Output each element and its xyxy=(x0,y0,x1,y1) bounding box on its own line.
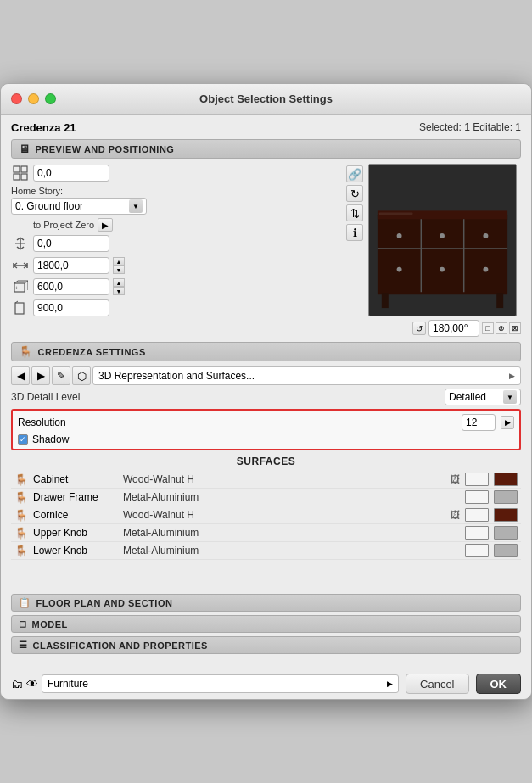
z-input[interactable] xyxy=(33,235,109,252)
credenza-section-header[interactable]: 🪑 CREDENZA SETTINGS xyxy=(11,342,521,361)
angle-input[interactable] xyxy=(428,320,479,337)
maximize-button[interactable] xyxy=(45,93,56,104)
surface-swatch-white-1[interactable] xyxy=(465,473,489,486)
credenza-dropdown[interactable]: 3D Representation and Surfaces... ▶ xyxy=(92,366,521,385)
mirror-icon-btn[interactable]: ⇅ xyxy=(346,204,363,221)
resolution-arrow[interactable]: ▶ xyxy=(501,416,514,429)
surface-name-upper-knob: Upper Knob xyxy=(33,527,118,539)
to-project-button[interactable]: ▶ xyxy=(98,218,113,232)
model-icon: ◻ xyxy=(19,618,27,629)
width-down[interactable]: ▼ xyxy=(113,266,125,274)
svg-rect-2 xyxy=(14,174,20,180)
depth-up[interactable]: ▲ xyxy=(113,278,125,287)
detail-level-arrow[interactable]: ▼ xyxy=(503,390,517,404)
floor-plan-section[interactable]: 📋 FLOOR PLAN AND SECTION xyxy=(11,594,521,612)
detail-level-select[interactable]: Detailed ▼ xyxy=(445,389,521,405)
eye-icon: 👁 xyxy=(26,677,38,691)
svg-rect-38 xyxy=(379,212,413,215)
depth-row: ↕ ▲ ▼ xyxy=(11,277,341,296)
checkbox-icon-1[interactable]: □ xyxy=(482,322,494,334)
edit-btn[interactable]: ✎ xyxy=(52,366,70,385)
credenza-toolbar: ◀ ▶ ✎ ⬡ 3D Representation and Surfaces..… xyxy=(11,366,521,385)
svg-point-32 xyxy=(397,233,402,238)
credenza-dropdown-arrow: ▶ xyxy=(509,372,515,380)
surface-swatch-white-5[interactable] xyxy=(465,544,489,557)
z-icon xyxy=(11,234,30,253)
shadow-checkbox[interactable]: ✓ xyxy=(18,434,28,445)
classification-section[interactable]: ☰ CLASSIFICATION AND PROPERTIES xyxy=(11,636,521,654)
surface-material-cabinet: Wood-Walnut H xyxy=(123,473,445,485)
svg-point-33 xyxy=(440,233,445,238)
z-row xyxy=(11,234,341,253)
surface-icon-cabinet: 🪑 xyxy=(14,473,28,486)
ok-button[interactable]: OK xyxy=(476,674,522,694)
surface-swatch-upper-knob[interactable] xyxy=(494,526,518,540)
window-controls xyxy=(11,93,56,104)
preview-section-icon: 🖥 xyxy=(19,143,31,155)
classification-label: CLASSIFICATION AND PROPERTIES xyxy=(33,640,208,651)
surface-icon-lower-knob: 🪑 xyxy=(14,545,28,557)
depth-down[interactable]: ▼ xyxy=(113,287,125,295)
svg-point-36 xyxy=(440,267,445,272)
surface-swatch-white-3[interactable] xyxy=(465,508,489,522)
surface-pattern-cabinet: 🖼 xyxy=(450,473,460,485)
surface-swatch-white-2[interactable] xyxy=(465,490,489,504)
checkbox-icon-3[interactable]: ⊠ xyxy=(509,322,521,334)
to-project-label: to Project Zero xyxy=(33,220,94,230)
close-button[interactable] xyxy=(11,93,22,104)
rotate-icon-btn[interactable]: ↻ xyxy=(346,185,363,202)
surface-swatch-cornice[interactable] xyxy=(494,508,518,522)
resolution-input[interactable] xyxy=(462,414,496,431)
home-story-arrow[interactable]: ▼ xyxy=(129,199,143,213)
rotate-left-icon[interactable]: ↺ xyxy=(412,322,426,335)
minimize-button[interactable] xyxy=(28,93,39,104)
svg-rect-23 xyxy=(15,303,24,314)
next-btn[interactable]: ▶ xyxy=(31,366,50,385)
surface-icon-upper-knob: 🪑 xyxy=(14,527,28,540)
depth-icon: ↕ xyxy=(11,277,30,296)
svg-point-35 xyxy=(397,267,402,272)
width-stepper[interactable]: ▲ ▼ xyxy=(113,257,125,274)
width-row: ▲ ▼ xyxy=(11,256,341,275)
depth-input[interactable] xyxy=(33,278,109,295)
surface-swatch-drawer[interactable] xyxy=(494,490,518,504)
surface-row-drawer: 🪑 Drawer Frame Metal-Aluminium xyxy=(11,489,521,506)
object-btn[interactable]: ⬡ xyxy=(72,366,91,385)
window-title: Object Selection Settings xyxy=(199,92,333,105)
svg-rect-0 xyxy=(14,166,20,172)
preview-section-header[interactable]: 🖥 PREVIEW AND POSITIONING xyxy=(11,139,521,159)
credenza-section-icon: 🪑 xyxy=(19,345,33,358)
xy-input[interactable] xyxy=(33,165,109,182)
surface-name-lower-knob: Lower Knob xyxy=(33,545,118,556)
prev-btn[interactable]: ◀ xyxy=(11,366,30,385)
surface-pattern-cornice: 🖼 xyxy=(450,509,460,521)
checkbox-icon-2[interactable]: ⊗ xyxy=(496,322,507,334)
preview-controls: ↺ □ ⊗ ⊠ xyxy=(368,320,521,337)
width-up[interactable]: ▲ xyxy=(113,257,125,266)
preview-section-label: PREVIEW AND POSITIONING xyxy=(36,144,175,154)
shadow-label: Shadow xyxy=(32,433,69,445)
svg-rect-3 xyxy=(21,174,27,180)
middle-icons: 🔗 ↻ ⇅ ℹ xyxy=(346,165,363,337)
model-section[interactable]: ◻ MODEL xyxy=(11,615,521,633)
category-select-arrow: ▶ xyxy=(387,680,393,688)
surface-swatch-lower-knob[interactable] xyxy=(494,544,518,557)
home-story-select[interactable]: 0. Ground floor ▼ xyxy=(11,198,147,215)
preview-right: ↺ □ ⊗ ⊠ xyxy=(368,164,521,337)
height-input[interactable] xyxy=(33,299,109,316)
svg-rect-1 xyxy=(21,166,27,172)
floor-plan-label: FLOOR PLAN AND SECTION xyxy=(36,598,173,608)
surface-row-cabinet: 🪑 Cabinet Wood-Walnut H 🖼 xyxy=(11,471,521,489)
surface-material-lower-knob: Metal-Aluminium xyxy=(123,545,460,556)
category-select[interactable]: Furniture ▶ xyxy=(42,674,399,693)
depth-stepper[interactable]: ▲ ▼ xyxy=(113,278,125,295)
cancel-button[interactable]: Cancel xyxy=(406,674,468,694)
link-icon-btn[interactable]: 🔗 xyxy=(346,165,363,182)
info-icon-btn[interactable]: ℹ xyxy=(346,224,363,241)
titlebar: Object Selection Settings xyxy=(1,84,531,115)
surface-swatch-white-4[interactable] xyxy=(465,526,489,540)
width-input[interactable] xyxy=(33,257,109,274)
surface-swatch-cabinet[interactable] xyxy=(494,473,518,486)
svg-rect-25 xyxy=(378,215,507,294)
selected-info: Selected: 1 Editable: 1 xyxy=(419,121,521,134)
